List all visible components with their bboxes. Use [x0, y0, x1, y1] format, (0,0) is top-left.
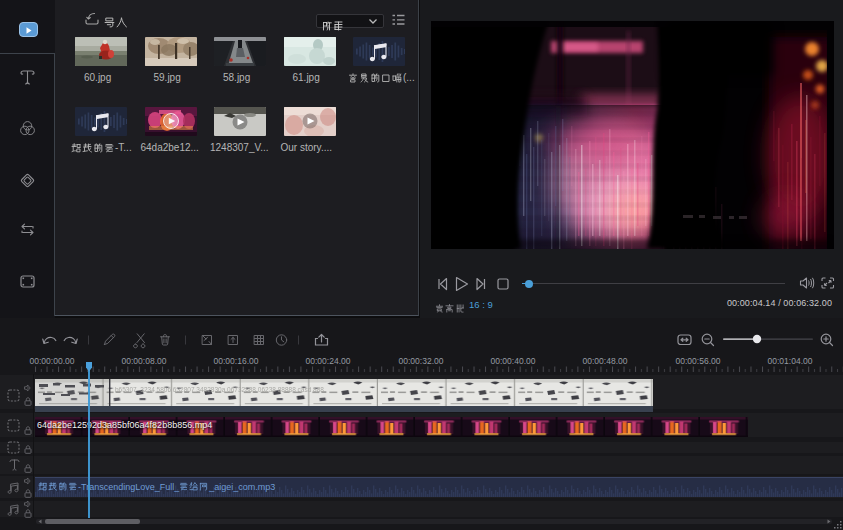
svg-text:b65307_3234 5806 632807 348283: b65307_3234 5806 632807 3482830a 0673288…	[115, 386, 324, 394]
